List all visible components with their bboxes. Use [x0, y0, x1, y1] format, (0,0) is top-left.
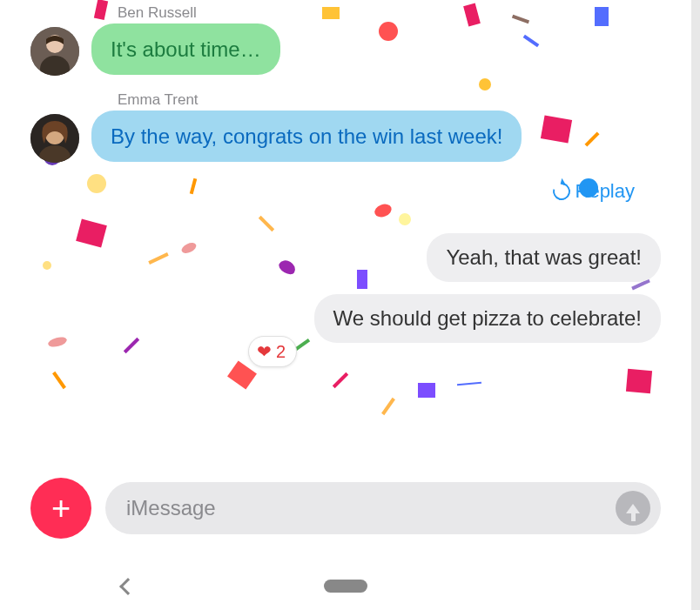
heart-icon: ❤ [257, 341, 272, 362]
message-incoming[interactable]: Emma Trent By the way, congrats on the w… [30, 91, 661, 163]
add-button[interactable]: + [30, 478, 91, 539]
message-incoming[interactable]: Ben Russell It's about time… [30, 4, 661, 76]
chat-screen: Ben Russell It's about time… Emma Trent … [0, 0, 691, 610]
compose-bar: + iMessage [30, 478, 661, 539]
sender-name: Ben Russell [118, 4, 661, 22]
reaction-badge[interactable]: ❤ 2 [248, 336, 297, 367]
back-button[interactable] [119, 578, 137, 595]
message-bubble-sent[interactable]: Yeah, that was great! [427, 233, 661, 282]
message-bubble: It's about time… [91, 23, 280, 75]
home-indicator[interactable] [324, 580, 367, 593]
input-placeholder: iMessage [126, 496, 216, 520]
avatar[interactable] [30, 114, 79, 163]
message-bubble-sent[interactable]: We should get pizza to celebrate! [314, 294, 661, 343]
sender-name: Emma Trent [118, 91, 661, 109]
message-bubble: By the way, congrats on the win last wee… [91, 111, 522, 162]
plus-icon: + [51, 490, 71, 527]
send-button[interactable] [616, 491, 650, 526]
message-list[interactable]: Ben Russell It's about time… Emma Trent … [30, 0, 661, 343]
replay-label: Replay [575, 180, 635, 203]
replay-icon [549, 179, 573, 203]
arrow-up-icon [626, 504, 640, 513]
reaction-count: 2 [276, 342, 286, 362]
message-input[interactable]: iMessage [105, 482, 661, 534]
replay-button[interactable]: Replay [30, 180, 635, 203]
system-nav-bar [0, 580, 691, 593]
avatar[interactable] [30, 27, 79, 76]
